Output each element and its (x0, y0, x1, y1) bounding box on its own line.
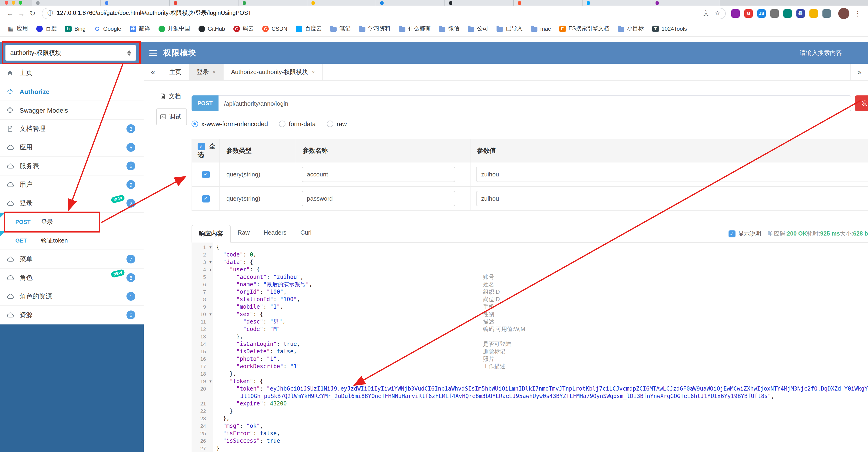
row-checkbox[interactable] (202, 195, 210, 202)
line-number-gutter[interactable]: 24▾ (191, 422, 213, 430)
param-value-input[interactable] (476, 191, 868, 206)
browser-tab[interactable] (583, 0, 651, 6)
browser-menu-icon[interactable]: ⋮ (852, 9, 863, 18)
bookmark-item[interactable]: EES搜索引擎文档 (556, 23, 613, 34)
line-number-gutter[interactable]: 5▾ (191, 273, 213, 281)
window-minimize-button[interactable] (11, 1, 16, 5)
bookmark-item[interactable]: 小目标 (614, 23, 648, 34)
menu-toggle-icon[interactable] (149, 50, 157, 56)
fold-icon[interactable]: ▾ (210, 377, 212, 385)
response-tab[interactable]: Headers (257, 225, 293, 242)
sidebar-item[interactable]: 应用5 (0, 138, 144, 157)
param-name-input[interactable] (302, 167, 455, 182)
browser-tab[interactable] (32, 0, 101, 6)
line-number-gutter[interactable]: 25▾ (191, 430, 213, 437)
extension-icon[interactable]: G (744, 9, 753, 18)
bookmark-item[interactable]: 译翻译 (126, 23, 154, 34)
close-tab-icon[interactable]: × (213, 69, 216, 75)
bookmark-item[interactable]: 百度 (33, 23, 60, 34)
content-type-radio[interactable]: x-www-form-urlencoded (191, 120, 268, 127)
row-checkbox[interactable] (202, 171, 210, 178)
line-number-gutter[interactable]: 16▾ (191, 355, 213, 363)
line-number-gutter[interactable]: 15▾ (191, 348, 213, 355)
expand-tabs-icon[interactable]: » (850, 64, 868, 80)
response-editor[interactable]: 1▾{2▾ "code": 0,3▾ "data": {4▾ "user": {… (191, 243, 868, 452)
sidebar-api-item[interactable]: POST登录 (0, 213, 144, 231)
line-number-gutter[interactable]: 27▾ (191, 445, 213, 452)
request-url-input[interactable] (218, 95, 851, 111)
collapse-tabs-icon[interactable]: « (144, 64, 162, 80)
extension-icon[interactable] (770, 9, 779, 18)
fold-icon[interactable]: ▾ (210, 258, 212, 266)
fold-icon[interactable]: ▾ (210, 310, 212, 318)
sidebar-item[interactable]: 角色的资源1 (0, 287, 144, 306)
send-button[interactable]: 发送 (855, 95, 868, 111)
line-number-gutter[interactable]: 26▾ (191, 437, 213, 445)
bookmark-item[interactable]: 学习资料 (355, 23, 394, 34)
sidebar-item[interactable]: 角色NEW8 (0, 269, 144, 287)
bookmark-item[interactable]: G码云 (230, 23, 257, 34)
content-type-radio[interactable]: form-data (279, 120, 316, 127)
search-input[interactable]: 请输入搜索内容 (800, 49, 842, 57)
sidebar-item[interactable]: 用户9 (0, 175, 144, 194)
profile-avatar[interactable] (838, 8, 849, 19)
bookmark-item[interactable]: bBing (61, 24, 89, 33)
line-number-gutter[interactable]: 20▾ (191, 385, 213, 400)
line-number-gutter[interactable]: 8▾ (191, 295, 213, 303)
sidebar-item[interactable]: 服务表6 (0, 157, 144, 175)
bookmark-item[interactable]: 笔记 (327, 23, 354, 34)
line-number-gutter[interactable]: 13▾ (191, 333, 213, 340)
translate-icon[interactable]: 文 (703, 9, 709, 18)
sidebar-item[interactable]: 登录NEW2 (0, 194, 144, 213)
select-all-checkbox[interactable] (197, 143, 205, 150)
show-desc-checkbox[interactable] (728, 230, 735, 237)
response-tab[interactable]: Curl (293, 225, 318, 242)
browser-tab[interactable] (239, 0, 307, 6)
bookmark-item[interactable]: 什么都有 (395, 23, 434, 34)
line-number-gutter[interactable]: 23▾ (191, 415, 213, 422)
line-number-gutter[interactable]: 9▾ (191, 303, 213, 310)
sidebar-item[interactable]: Swagger Models (0, 101, 144, 120)
line-number-gutter[interactable]: 19▾ (191, 377, 213, 385)
extension-icon[interactable] (731, 9, 740, 18)
line-number-gutter[interactable]: 2▾ (191, 251, 213, 258)
page-tab[interactable]: 主页× (162, 64, 189, 80)
bookmark-item[interactable]: T1024Tools (649, 24, 691, 33)
bookmark-item[interactable]: GGoogle (90, 24, 125, 33)
param-name-input[interactable] (302, 191, 455, 206)
sidebar-item[interactable]: 主页 (0, 64, 144, 82)
close-tab-icon[interactable]: × (312, 69, 315, 75)
page-tab[interactable]: Authorize-authority-权限模块× (224, 64, 323, 80)
sidebar-item[interactable]: 资源6 (0, 306, 144, 324)
back-button[interactable]: ← (5, 9, 16, 17)
fold-icon[interactable]: ▾ (210, 266, 212, 273)
module-select[interactable]: authority-权限模块 (5, 45, 136, 61)
line-number-gutter[interactable]: 11▾ (191, 318, 213, 326)
fold-icon[interactable]: ▾ (210, 244, 212, 251)
sidebar-item[interactable]: 文档管理3 (0, 120, 144, 138)
browser-tab[interactable] (514, 0, 583, 6)
bookmark-item[interactable]: GitHub (194, 24, 229, 33)
bookmark-item[interactable]: 已导入 (493, 23, 526, 34)
extension-icon[interactable] (783, 9, 792, 18)
reload-button[interactable]: ↻ (27, 9, 38, 18)
bookmark-item[interactable]: mac (527, 24, 554, 33)
browser-tab[interactable] (651, 0, 720, 6)
line-number-gutter[interactable]: 10▾ (191, 310, 213, 318)
sidebar-item[interactable]: Authorize (0, 82, 144, 101)
content-type-radio[interactable]: raw (327, 120, 347, 127)
address-bar[interactable]: ⓘ 127.0.0.1:8760/api/gate/doc.html#/auth… (42, 8, 726, 19)
browser-tab[interactable] (445, 0, 514, 6)
browser-tab[interactable] (307, 0, 376, 6)
response-tab[interactable]: 响应内容 (191, 225, 230, 243)
line-number-gutter[interactable]: 18▾ (191, 370, 213, 377)
line-number-gutter[interactable]: 22▾ (191, 407, 213, 415)
extension-icon[interactable] (809, 9, 818, 18)
line-number-gutter[interactable]: 3▾ (191, 258, 213, 266)
line-number-gutter[interactable]: 17▾ (191, 363, 213, 370)
bookmark-item[interactable]: CCSDN (258, 24, 291, 33)
line-number-gutter[interactable]: 6▾ (191, 281, 213, 288)
window-zoom-button[interactable] (19, 1, 22, 5)
browser-tab[interactable] (170, 0, 239, 6)
forward-button[interactable]: → (16, 9, 27, 17)
